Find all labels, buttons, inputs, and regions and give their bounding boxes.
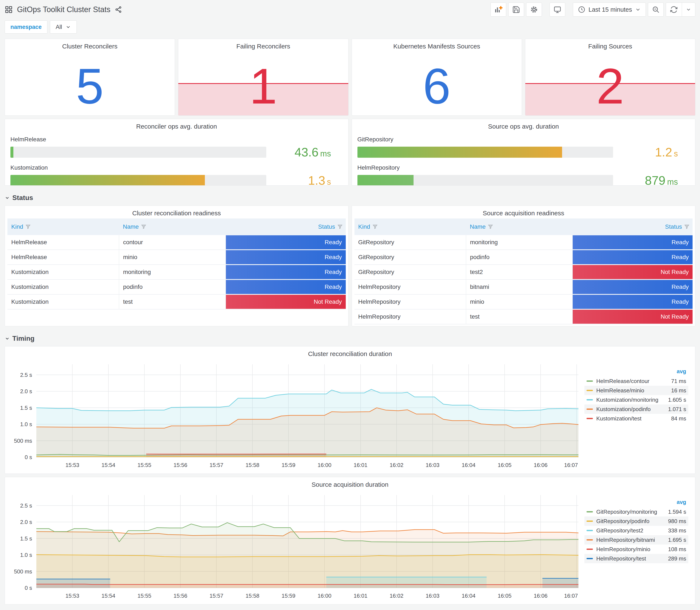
cell-name: test [119, 294, 226, 309]
panel-title: Cluster Reconcilers [5, 39, 175, 51]
save-dashboard-button[interactable] [508, 2, 524, 17]
legend-item[interactable]: GitRepository/monitoring1.594 s [584, 507, 688, 516]
panel-kubernetes-manifests-sources[interactable]: Kubernetes Manifests Sources 6 [352, 39, 522, 116]
dashboard-grid-icon[interactable] [5, 5, 13, 14]
panel-failing-sources[interactable]: Failing Sources 2 [525, 39, 695, 116]
readiness-table: Kind Name Status GitRepositorymonitoring… [355, 219, 693, 324]
gauge-row: GitRepository 1.2s [357, 136, 690, 159]
status-badge: Not Ready [226, 295, 346, 309]
svg-text:15:55: 15:55 [137, 462, 151, 468]
svg-text:16:00: 16:00 [318, 462, 331, 468]
legend-item[interactable]: HelmRepository/bitnami1.695 s [584, 535, 688, 545]
column-header-name[interactable]: Name [119, 219, 226, 235]
panel-source-ops-duration[interactable]: Source ops avg. duration GitRepository 1… [352, 119, 696, 186]
series-color-marker [587, 549, 593, 550]
panel-failing-reconcilers[interactable]: Failing Reconcilers 1 [178, 39, 348, 116]
table-row[interactable]: HelmRepositoryminioReady [355, 294, 693, 309]
column-header-kind[interactable]: Kind [355, 219, 466, 235]
legend-item[interactable]: GitRepository/test2338 ms [584, 526, 688, 535]
svg-text:15:59: 15:59 [281, 593, 295, 599]
legend-item[interactable]: Kustomization/test84 ms [584, 414, 688, 423]
gauge-value: 1.2s [613, 145, 689, 159]
gauge-track [357, 147, 613, 158]
variable-namespace-label[interactable]: namespace [5, 20, 47, 34]
gauge-row: Kustomization 1.3s [11, 164, 343, 186]
legend-item[interactable]: HelmRepository/minio108 ms [584, 545, 688, 554]
table-row[interactable]: GitRepositorymonitoringReady [355, 235, 693, 250]
timeseries-plot[interactable]: 0 s500 ms1.0 s1.5 s2.0 s2.5 s15:5315:541… [6, 358, 584, 470]
panel-cluster-reconcilers[interactable]: Cluster Reconcilers 5 [5, 39, 175, 116]
svg-text:1.5 s: 1.5 s [20, 535, 32, 542]
svg-text:1.5 s: 1.5 s [20, 405, 32, 411]
legend-item[interactable]: Kustomization/podinfo1.071 s [584, 404, 688, 414]
table-row[interactable]: GitRepositorytest2Not Ready [355, 264, 693, 279]
table-row[interactable]: HelmRepositorybitnamiReady [355, 279, 693, 294]
svg-text:16:06: 16:06 [534, 593, 548, 599]
share-icon[interactable] [115, 6, 122, 13]
cycle-view-mode-button[interactable] [550, 2, 565, 17]
gauge-value: 1.3s [266, 173, 343, 186]
legend-item[interactable]: Kustomization/monitoring1.605 s [584, 395, 688, 404]
section-timing[interactable]: Timing [0, 330, 700, 346]
panel-cluster-reconciliation-readiness[interactable]: Cluster reconciliation readiness Kind Na… [5, 206, 348, 326]
zoom-out-button[interactable] [648, 2, 664, 17]
column-header-status[interactable]: Status [226, 219, 346, 235]
refresh-interval-dropdown[interactable] [682, 3, 695, 16]
svg-text:0 s: 0 s [25, 585, 32, 591]
table-row[interactable]: KustomizationmonitoringReady [7, 264, 346, 279]
clock-icon [578, 6, 585, 13]
legend-item[interactable]: HelmRepository/test289 ms [584, 554, 688, 563]
series-avg-value: 84 ms [671, 415, 686, 422]
legend-avg-header[interactable]: avg [584, 368, 688, 375]
variables-row: namespace All [0, 17, 700, 39]
time-range-picker[interactable]: Last 15 minutes [573, 2, 646, 17]
series-avg-value: 289 ms [668, 556, 686, 562]
series-color-marker [587, 418, 593, 419]
filter-icon [488, 224, 493, 229]
dashboard-settings-button[interactable] [526, 2, 542, 17]
section-status-label: Status [12, 194, 33, 202]
series-avg-value: 1.605 s [668, 397, 686, 403]
column-header-status[interactable]: Status [572, 219, 693, 235]
svg-text:2.0 s: 2.0 s [20, 519, 32, 525]
panel-reconciler-ops-duration[interactable]: Reconciler ops avg. duration HelmRelease… [5, 119, 348, 186]
legend-item[interactable]: GitRepository/podinfo980 ms [584, 516, 688, 526]
series-color-marker [587, 390, 593, 391]
panel-cluster-reconciliation-duration[interactable]: Cluster reconciliation duration 0 s500 m… [5, 346, 695, 474]
panel-title: Kubernetes Manifests Sources [352, 39, 522, 51]
timeseries-plot[interactable]: 0 s500 ms1.0 s1.5 s2.0 s2.5 s15:5315:541… [6, 489, 584, 601]
cell-name: test [466, 309, 572, 324]
series-name: HelmRepository/minio [596, 546, 668, 552]
cell-name: minio [466, 294, 572, 309]
svg-text:15:53: 15:53 [65, 593, 79, 599]
column-header-kind[interactable]: Kind [7, 219, 119, 235]
refresh-button[interactable] [666, 3, 682, 16]
series-color-marker [587, 381, 593, 382]
series-name: Kustomization/test [596, 415, 671, 422]
panel-source-acquisition-readiness[interactable]: Source acquisition readiness Kind Name S… [352, 206, 696, 326]
add-panel-button[interactable] [490, 2, 506, 17]
chevron-down-icon [5, 336, 10, 341]
column-header-name[interactable]: Name [466, 219, 572, 235]
status-badge: Not Ready [573, 265, 693, 279]
series-color-marker [587, 399, 593, 400]
table-row[interactable]: KustomizationpodinfoReady [7, 279, 346, 294]
table-row[interactable]: HelmReleaseminioReady [7, 250, 346, 264]
legend-avg-header[interactable]: avg [584, 499, 688, 505]
legend-item[interactable]: HelmRelease/minio16 ms [584, 386, 688, 395]
panel-source-acquisition-duration[interactable]: Source acquisition duration 0 s500 ms1.0… [5, 477, 695, 605]
series-avg-value: 16 ms [671, 387, 686, 394]
table-row[interactable]: HelmReleasecontourReady [7, 235, 346, 250]
table-row[interactable]: GitRepositorypodinfoReady [355, 250, 693, 264]
table-row[interactable]: KustomizationtestNot Ready [7, 294, 346, 309]
section-status[interactable]: Status [0, 189, 700, 206]
status-badge: Not Ready [573, 310, 693, 324]
table-row[interactable]: HelmRepositorytestNot Ready [355, 309, 693, 324]
variable-namespace-value-dropdown[interactable]: All [50, 20, 77, 34]
gauge-row: HelmRepository 879ms [357, 164, 690, 186]
chart-legend: avg HelmRelease/contour71 msHelmRelease/… [584, 358, 694, 423]
gauge-fill [357, 147, 562, 158]
legend-item[interactable]: HelmRelease/contour71 ms [584, 376, 688, 386]
cell-name: contour [119, 235, 226, 250]
svg-text:16:07: 16:07 [564, 462, 578, 468]
